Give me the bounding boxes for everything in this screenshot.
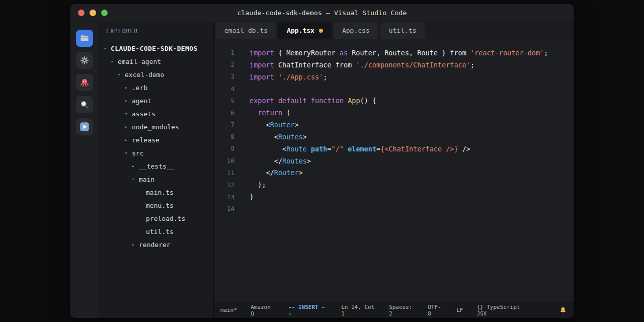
explorer-folder-icon[interactable]: [76, 30, 93, 47]
tab-app-css[interactable]: App.css: [334, 22, 378, 39]
tab-email-db-ts[interactable]: email-db.ts: [216, 22, 276, 39]
bell-notification-icon[interactable]: [559, 306, 567, 314]
tab-bar: email-db.ts App.tsx App.css util.ts: [214, 22, 574, 39]
sidebar-item-renderer[interactable]: ▸ renderer: [99, 238, 213, 251]
code-line[interactable]: 14: [214, 203, 574, 215]
line-number: 13: [214, 193, 234, 201]
chevron-right-icon: ▸: [132, 164, 139, 169]
minimize-window-button[interactable]: [90, 10, 96, 16]
code-text: import './App.css';: [250, 73, 327, 81]
tab-util-ts[interactable]: util.ts: [380, 22, 425, 39]
code-text: <Routes>: [250, 133, 307, 141]
explorer-header: EXPLORER: [99, 22, 213, 35]
line-number: 9: [214, 145, 234, 152]
explorer-sidebar: EXPLORER ▾ CLAUDE-CODE-SDK-DEMOS ▾ email…: [99, 22, 214, 318]
chevron-down-icon: ▾: [132, 177, 139, 182]
sidebar-item-util-ts[interactable]: util.ts: [99, 225, 213, 238]
sidebar-item-tests[interactable]: ▸ __tests__: [99, 159, 213, 173]
status-ln-14-col-1[interactable]: Ln 14, Col 1: [341, 304, 375, 317]
tree-item-label: .erb: [132, 84, 147, 92]
line-number: 12: [214, 181, 234, 189]
sidebar-item-claude-code-sdk-demos[interactable]: ▾ CLAUDE-CODE-SDK-DEMOS: [99, 42, 213, 55]
gear-icon[interactable]: [76, 52, 93, 69]
status-amazon-q[interactable]: Amazon Q: [251, 304, 275, 317]
tree-item-label: email-agent: [118, 58, 161, 65]
code-line[interactable]: 6 return (: [214, 107, 574, 119]
status-lf[interactable]: LF: [456, 307, 463, 313]
sidebar-item-src[interactable]: ▾ src: [99, 146, 213, 159]
tree-item-label: src: [132, 149, 143, 157]
code-text: );: [250, 181, 266, 189]
chevron-right-icon: ▸: [125, 85, 132, 90]
sidebar-item-assets[interactable]: ▾ assets: [99, 107, 213, 120]
sidebar-item-excel-demo[interactable]: ▾ excel-demo: [99, 68, 213, 81]
code-line[interactable]: 3 import './App.css';: [214, 71, 574, 83]
code-line[interactable]: 12 );: [214, 179, 574, 191]
sidebar-item-agent[interactable]: ▸ agent: [99, 94, 213, 107]
tree-item-label: util.ts: [146, 228, 174, 235]
sidebar-item-menu-ts[interactable]: menu.ts: [99, 199, 213, 212]
maximize-window-button[interactable]: [101, 10, 108, 16]
line-number: 5: [214, 97, 234, 105]
tab-label: email-db.ts: [224, 27, 268, 34]
line-number: 7: [214, 121, 234, 128]
window-title: claude-code-sdk-demos — Visual Studio Co…: [237, 9, 407, 17]
octopus-icon[interactable]: [76, 74, 93, 91]
tree-item-label: main.ts: [146, 189, 174, 196]
status-spaces-2[interactable]: Spaces: 2: [389, 304, 414, 317]
play-icon[interactable]: [76, 118, 93, 135]
status-insert[interactable]: -- INSERT --: [288, 304, 328, 317]
chevron-down-icon: ▾: [125, 150, 132, 155]
code-text: <Router>: [250, 121, 299, 129]
code-line[interactable]: 9 <Route path="/" element={<ChatInterfac…: [214, 143, 574, 155]
status-bar: main*Amazon Q-- INSERT --Ln 14, Col 1Spa…: [214, 302, 574, 318]
status-typescript-jsx[interactable]: {} TypeScript JSX: [476, 304, 521, 317]
code-line[interactable]: 2 import ChatInterface from './component…: [214, 59, 574, 71]
sidebar-item-release[interactable]: ▸ release: [99, 133, 213, 146]
sidebar-item-node-modules[interactable]: ▸ node_modules: [99, 120, 213, 133]
code-line[interactable]: 7 <Router>: [214, 119, 574, 131]
tree-item-label: release: [132, 136, 159, 144]
code-line[interactable]: 1 import { MemoryRouter as Router, Route…: [214, 47, 574, 59]
tree-item-label: CLAUDE-CODE-SDK-DEMOS: [111, 45, 198, 52]
sidebar-item-main-ts[interactable]: main.ts: [99, 186, 213, 199]
code-line[interactable]: 13 }: [214, 191, 574, 203]
chevron-down-icon: ▾: [125, 111, 132, 116]
tree-item-label: __tests__: [139, 163, 174, 170]
traffic-lights: [78, 4, 108, 22]
activity-bar: [70, 22, 99, 318]
line-number: 8: [214, 133, 234, 140]
code-line[interactable]: 10 </Routes>: [214, 155, 574, 167]
sidebar-item-email-agent[interactable]: ▾ email-agent: [99, 55, 213, 68]
line-number: 10: [214, 157, 234, 165]
tab-app-tsx[interactable]: App.tsx: [278, 22, 332, 39]
code-line[interactable]: 4: [214, 83, 574, 95]
tree-item-label: preload.ts: [146, 215, 185, 222]
sidebar-item-main[interactable]: ▾ main: [99, 173, 213, 186]
bell-glyph: [559, 306, 567, 314]
status-utf-8[interactable]: UTF-8: [428, 304, 443, 317]
close-window-button[interactable]: [78, 10, 85, 16]
vscode-window: claude-code-sdk-demos — Visual Studio Co…: [70, 4, 574, 318]
magnifier-glyph: [79, 100, 90, 110]
code-text: }: [250, 193, 254, 201]
code-text: <Route path="/" element={<ChatInterface …: [250, 145, 470, 153]
code-editor[interactable]: 1 import { MemoryRouter as Router, Route…: [214, 39, 574, 302]
code-line[interactable]: 5 export default function App() {: [214, 95, 574, 107]
status-main[interactable]: main*: [220, 307, 237, 313]
folder-icon: [79, 33, 90, 43]
tree-item-label: renderer: [139, 241, 171, 249]
sidebar-item-preload-ts[interactable]: preload.ts: [99, 212, 213, 225]
search-icon[interactable]: [76, 96, 93, 113]
chevron-right-icon: ▸: [125, 137, 132, 142]
line-number: 4: [214, 85, 234, 93]
octopus-glyph: [79, 77, 90, 88]
code-text: return (: [250, 109, 290, 117]
code-text: import { MemoryRouter as Router, Routes,…: [250, 49, 548, 57]
chevron-right-icon: ▸: [132, 242, 139, 247]
code-line[interactable]: 8 <Routes>: [214, 131, 574, 143]
file-tree: ▾ CLAUDE-CODE-SDK-DEMOS ▾ email-agent ▾ …: [99, 42, 213, 251]
code-line[interactable]: 11 </Router>: [214, 167, 574, 179]
sidebar-item-erb[interactable]: ▸ .erb: [99, 81, 213, 94]
tab-label: App.tsx: [287, 27, 314, 34]
